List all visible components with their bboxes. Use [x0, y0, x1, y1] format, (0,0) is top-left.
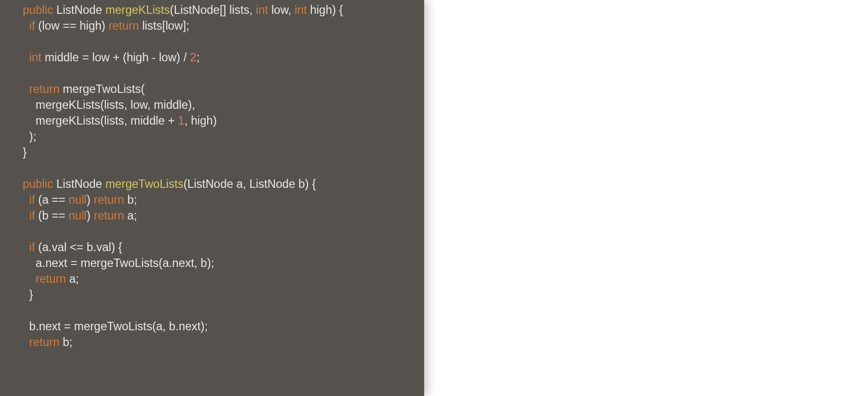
code-content: public ListNode mergeKLists(ListNode[] l…	[23, 2, 424, 350]
code-editor-pane[interactable]: public ListNode mergeKLists(ListNode[] l…	[0, 0, 424, 396]
